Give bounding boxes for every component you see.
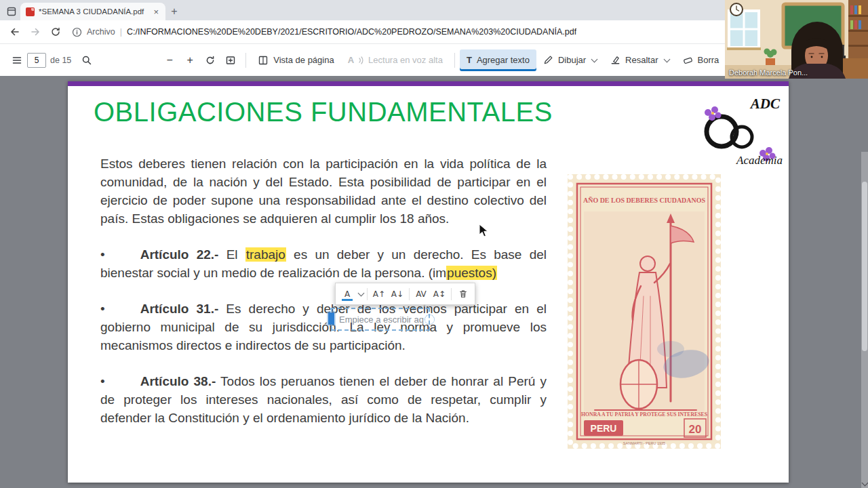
chevron-down-icon[interactable]	[591, 56, 598, 62]
pdf-viewer[interactable]: OBLIGACIONES FUNDAMENTALES ADC Academia …	[0, 76, 868, 488]
highlight-button[interactable]: Resaltar	[604, 49, 675, 71]
article-38-paragraph: •Artículo 38.- Todos los peruanos tienen…	[100, 372, 547, 427]
mouse-cursor	[479, 224, 489, 241]
text-format-toolbar: A A↑ A↓ AV A↕	[335, 283, 475, 305]
font-increase-icon[interactable]: A↑	[371, 286, 387, 302]
scrollbar-thumb[interactable]	[862, 182, 867, 351]
highlighted-word: trabajo	[245, 247, 286, 262]
highlighted-word: puestos)	[446, 266, 497, 280]
webcam-video	[725, 0, 868, 79]
tab-title: *SEMANA 3 CIUDADANÍA.pdf	[39, 7, 148, 16]
tab-layout-icon[interactable]	[3, 3, 20, 20]
chevron-down-icon[interactable]	[358, 289, 365, 296]
address-separator: |	[120, 27, 122, 37]
line-spacing-icon[interactable]: A↕	[431, 286, 448, 302]
sound-waves-icon	[359, 56, 363, 65]
adc-academia-logo: ADC Academia	[697, 92, 783, 171]
address-url: C:/INFORMACIONES%20DE%20DEBY/2021/ESCRIT…	[127, 27, 576, 37]
svg-text:ADC: ADC	[749, 96, 781, 112]
pdf-page: OBLIGACIONES FUNDAMENTALES ADC Academia …	[68, 81, 789, 483]
trash-icon[interactable]	[455, 286, 471, 302]
textbox-drag-handle[interactable]	[328, 312, 334, 325]
participant-name-label: Deborah Marcela Pon...	[729, 68, 808, 77]
article-31-paragraph: •Artículo 31.- Es derecho y deber de los…	[100, 300, 547, 354]
back-icon[interactable]	[5, 22, 24, 41]
scroll-down-icon[interactable]	[862, 480, 868, 487]
highlighter-icon	[610, 55, 620, 65]
page-number-input[interactable]	[27, 53, 46, 68]
zoom-in-button[interactable]: +	[180, 49, 200, 71]
svg-text:Academia: Academia	[736, 154, 783, 167]
draw-button[interactable]: Dibujar	[536, 49, 604, 71]
add-text-label: Agregar texto	[477, 55, 530, 65]
search-icon[interactable]	[77, 49, 97, 71]
svg-text:20: 20	[689, 423, 702, 436]
page-title: OBLIGACIONES FUNDAMENTALES	[94, 96, 553, 127]
svg-text:HONRA A TU PATRIA Y PROTEGE SU: HONRA A TU PATRIA Y PROTEGE SUS INTERESE…	[581, 411, 707, 418]
page-total-label: de 15	[50, 56, 71, 65]
address-scheme: Archivo	[87, 27, 115, 37]
close-tab-icon[interactable]: ×	[152, 7, 160, 17]
intro-paragraph: Estos deberes tienen relación con la par…	[100, 155, 547, 228]
read-aloud-button: A Lectura en voz alta	[341, 49, 450, 71]
page-view-button[interactable]: Vista de página	[251, 49, 340, 71]
webcam-tile[interactable]: Deborah Marcela Pon...	[725, 0, 868, 79]
document-text: Estos deberes tienen relación con la par…	[100, 155, 547, 445]
text-insert-box[interactable]: Empiece a escribir aq	[331, 308, 430, 331]
add-text-button[interactable]: T Agregar texto	[460, 49, 536, 71]
highlight-label: Resaltar	[625, 55, 658, 65]
rotate-icon[interactable]	[200, 49, 220, 71]
toc-icon[interactable]	[7, 49, 27, 71]
browser-tab[interactable]: *SEMANA 3 CIUDADANÍA.pdf ×	[20, 3, 165, 20]
svg-text:SANMARTI - PERU 1935: SANMARTI - PERU 1935	[623, 441, 665, 445]
forward-icon	[26, 22, 45, 41]
draw-label: Dibujar	[558, 55, 586, 65]
article-22-paragraph: •Artículo 22.- El trabajo es un deber y …	[100, 245, 547, 282]
vertical-scrollbar[interactable]	[861, 152, 868, 488]
page-view-label: Vista de página	[273, 55, 334, 65]
erase-button[interactable]: Borra	[676, 49, 726, 71]
textbox-rotate-handle[interactable]	[425, 314, 435, 325]
info-icon[interactable]	[72, 27, 82, 37]
erase-label: Borra	[698, 55, 719, 65]
svg-text:PERU: PERU	[591, 423, 617, 434]
font-decrease-icon[interactable]: A↓	[389, 286, 406, 302]
eraser-icon	[683, 55, 693, 65]
read-aloud-label: Lectura en voz alta	[368, 55, 443, 65]
refresh-icon[interactable]	[46, 22, 65, 41]
textbox-placeholder: Empiece a escribir aq	[332, 314, 424, 325]
slide-accent-bar	[68, 81, 789, 86]
chevron-down-icon[interactable]	[663, 56, 670, 62]
pdf-favicon-icon	[26, 7, 35, 16]
read-aloud-icon: A	[348, 55, 354, 65]
text-color-icon[interactable]: A	[339, 286, 355, 302]
page-view-icon	[258, 55, 269, 66]
letter-spacing-icon[interactable]: AV	[413, 286, 429, 302]
peru-stamp-image: AÑO DE LOS DEBERES CIUDADANOS	[568, 174, 721, 449]
new-tab-button[interactable]: +	[165, 3, 183, 20]
fit-page-icon[interactable]	[220, 49, 241, 71]
add-text-icon: T	[467, 55, 472, 65]
browser-window: *SEMANA 3 CIUDADANÍA.pdf × + Archivo | C…	[0, 0, 868, 488]
zoom-out-button[interactable]: −	[159, 49, 180, 71]
pen-icon	[543, 55, 553, 65]
svg-text:AÑO DE LOS DEBERES CIUDADANOS: AÑO DE LOS DEBERES CIUDADANOS	[583, 196, 705, 204]
